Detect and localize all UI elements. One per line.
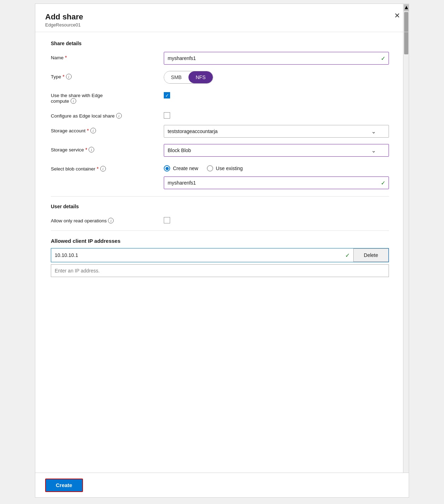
edge-compute-check-mark: ✓ — [165, 93, 169, 98]
edge-local-checkbox[interactable] — [164, 112, 170, 119]
edge-compute-label: Use the share with Edge compute i — [51, 90, 164, 104]
allow-read-info-icon[interactable]: i — [108, 218, 114, 223]
type-nfs-option[interactable]: NFS — [188, 71, 213, 83]
blob-container-label: Select blob container * i — [51, 163, 164, 172]
edge-compute-checkbox[interactable]: ✓ — [164, 92, 170, 98]
ip-add-row — [51, 264, 389, 277]
edge-local-checkbox-wrapper — [164, 110, 389, 119]
edge-compute-info-icon[interactable]: i — [71, 98, 76, 104]
storage-service-label: Storage service * i — [51, 144, 164, 152]
type-toggle-wrapper: SMB NFS — [164, 71, 389, 84]
section-divider — [51, 196, 389, 197]
create-button[interactable]: Create — [45, 479, 83, 492]
type-label: Type * i — [51, 71, 164, 79]
name-valid-icon: ✓ — [381, 55, 385, 62]
share-details-section-title: Share details — [51, 41, 389, 46]
storage-account-label-text: Storage account — [51, 128, 85, 133]
storage-service-dropdown-wrapper: Block Blob ⌄ — [164, 144, 389, 157]
type-row: Type * i SMB NFS — [51, 71, 389, 84]
storage-account-dropdown[interactable]: teststorageaccountarja ⌄ — [164, 125, 389, 138]
blob-container-required: * — [97, 166, 98, 172]
allow-read-label-text: Allow only read operations — [51, 218, 107, 223]
edge-local-checkbox-row — [164, 110, 389, 119]
edge-compute-row: Use the share with Edge compute i ✓ — [51, 90, 389, 104]
storage-account-label: Storage account * i — [51, 125, 164, 133]
blob-use-existing-option[interactable]: Use existing — [207, 165, 243, 172]
user-details-divider — [51, 230, 389, 231]
type-label-text: Type — [51, 74, 61, 79]
storage-account-info-icon[interactable]: i — [90, 128, 96, 133]
storage-service-label-text: Storage service — [51, 147, 84, 152]
name-field-wrapper: ✓ — [164, 52, 389, 65]
edge-compute-checkbox-row: ✓ — [164, 90, 389, 98]
blob-name-valid-icon: ✓ — [381, 180, 385, 186]
edge-local-label: Configure as Edge local share i — [51, 110, 164, 119]
allow-read-checkbox-wrapper — [164, 215, 389, 223]
close-button[interactable]: ✕ — [392, 10, 402, 21]
storage-account-required: * — [87, 128, 89, 133]
blob-name-input[interactable] — [164, 176, 389, 189]
name-label: Name * — [51, 52, 164, 60]
blob-container-options: Create new Use existing ✓ — [164, 163, 389, 189]
type-required: * — [62, 74, 64, 79]
allow-read-checkbox[interactable] — [164, 217, 170, 223]
edge-local-info-icon[interactable]: i — [116, 113, 122, 119]
blob-container-label-text: Select blob container — [51, 166, 95, 172]
type-toggle[interactable]: SMB NFS — [164, 71, 213, 84]
scrollbar[interactable]: ▲ ▼ — [403, 4, 409, 497]
bottom-bar: Create — [35, 473, 409, 497]
form-content: Share details Name * ✓ Type * i — [35, 32, 403, 286]
blob-container-row: Select blob container * i Create new Use… — [51, 163, 389, 189]
storage-service-row: Storage service * i Block Blob ⌄ — [51, 144, 389, 157]
name-input[interactable] — [164, 52, 389, 65]
type-info-icon[interactable]: i — [66, 74, 72, 79]
edge-compute-label-text2: compute — [51, 98, 69, 104]
storage-service-value: Block Blob — [168, 148, 191, 153]
edge-local-row: Configure as Edge local share i — [51, 110, 389, 119]
blob-container-info-icon[interactable]: i — [100, 166, 106, 172]
blob-use-existing-radio[interactable] — [207, 165, 213, 172]
name-input-wrapper: ✓ — [164, 52, 389, 65]
ip-valid-icon: ✓ — [345, 252, 350, 259]
edge-compute-checkbox-wrapper: ✓ — [164, 90, 389, 98]
panel-title: Add share — [45, 12, 399, 22]
storage-account-row: Storage account * i teststorageaccountar… — [51, 125, 389, 138]
blob-name-input-wrapper: ✓ — [164, 176, 389, 189]
name-row: Name * ✓ — [51, 52, 389, 65]
storage-service-required: * — [85, 147, 87, 152]
ip-row-1: ✓ Delete — [51, 248, 389, 262]
storage-service-arrow-icon: ⌄ — [371, 147, 376, 154]
storage-account-dropdown-wrapper: teststorageaccountarja ⌄ — [164, 125, 389, 138]
add-share-panel: ▲ ▼ Add share EdgeResource01 ✕ Share det… — [35, 4, 409, 498]
storage-account-arrow-icon: ⌄ — [371, 128, 376, 135]
type-smb-option[interactable]: SMB — [164, 71, 188, 83]
blob-create-new-radio[interactable] — [164, 165, 170, 172]
name-required: * — [65, 55, 67, 60]
allow-read-label: Allow only read operations i — [51, 215, 164, 223]
user-details-section-title: User details — [51, 204, 389, 209]
allow-read-checkbox-row — [164, 215, 389, 223]
blob-radio-group: Create new Use existing — [164, 163, 389, 172]
allow-read-row: Allow only read operations i — [51, 215, 389, 223]
blob-create-new-label: Create new — [173, 166, 198, 171]
ip-entry-row: ✓ Delete — [51, 248, 389, 262]
storage-service-dropdown[interactable]: Block Blob ⌄ — [164, 144, 389, 157]
blob-use-existing-label: Use existing — [216, 166, 243, 171]
blob-create-new-option[interactable]: Create new — [164, 165, 198, 172]
edge-local-label-text: Configure as Edge local share — [51, 113, 115, 119]
ip-add-input[interactable] — [51, 264, 389, 277]
panel-header: Add share EdgeResource01 ✕ — [35, 4, 409, 32]
blob-name-input-wrapper-outer: ✓ — [164, 176, 389, 189]
storage-account-value: teststorageaccountarja — [168, 128, 218, 134]
name-label-text: Name — [51, 55, 64, 60]
allowed-ip-title: Allowed client IP addresses — [51, 238, 389, 244]
edge-compute-label-text: Use the share with Edge — [51, 93, 103, 98]
ip-input-wrapper: ✓ — [51, 248, 353, 262]
ip-input-field[interactable] — [51, 248, 129, 262]
panel-subtitle: EdgeResource01 — [45, 22, 399, 28]
delete-ip-button[interactable]: Delete — [353, 248, 389, 262]
storage-service-info-icon[interactable]: i — [89, 147, 94, 152]
